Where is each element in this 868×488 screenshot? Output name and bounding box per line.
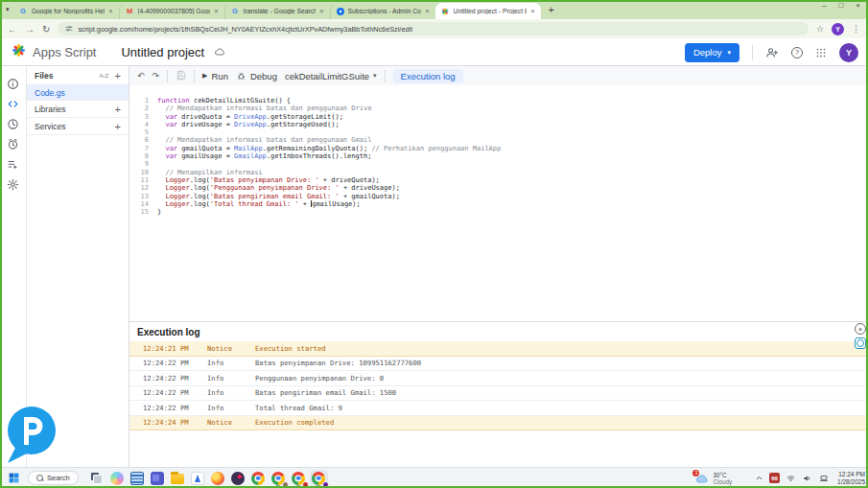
log-time: 12:24:22 PM (143, 359, 207, 367)
execution-log-title: Execution log (137, 327, 200, 337)
tab-close-icon[interactable]: × (214, 7, 218, 15)
start-button-icon[interactable] (8, 472, 20, 484)
address-bar[interactable]: script.google.com/home/projects/1fhSBQsC… (58, 22, 809, 35)
firefox-icon[interactable] (209, 470, 227, 487)
rail-editor-icon[interactable] (6, 96, 21, 111)
redo-icon[interactable]: ↷ (152, 71, 160, 81)
rail-settings-icon[interactable] (6, 176, 21, 192)
help-icon[interactable]: ? (791, 47, 803, 58)
line-number: 3 (129, 113, 149, 121)
log-level: Notice (207, 344, 255, 353)
minimize-button[interactable]: – (822, 1, 826, 10)
rail-overview-icon[interactable] (6, 76, 21, 91)
wifi-icon[interactable] (786, 474, 796, 483)
apps-script-header: Apps Script Untitled project Deploy ▾ ? … (0, 38, 868, 66)
undo-icon[interactable]: ↶ (137, 71, 145, 81)
tab-close-icon[interactable]: × (530, 7, 534, 15)
tab-search-icon[interactable]: ▾ (6, 6, 10, 13)
site-settings-icon[interactable] (65, 25, 73, 33)
debug-bug-icon (236, 71, 246, 81)
share-person-add-icon[interactable] (765, 46, 779, 59)
chrome-profile-1-icon[interactable] (270, 470, 288, 487)
line-number: 9 (129, 160, 149, 168)
log-time: 12:24:21 PM (143, 344, 207, 353)
deploy-button[interactable]: Deploy ▾ (685, 43, 739, 62)
rail-history-icon[interactable] (6, 116, 21, 131)
line-number: 10 (129, 169, 149, 176)
log-time: 12:24:22 PM (143, 388, 207, 397)
code-lines: function cekDetailLimitGSuite() { // Men… (149, 85, 501, 321)
run-button[interactable]: ▶ Run (202, 71, 228, 81)
gutter: 123456789101112131415 (129, 85, 149, 321)
tray-monitor-badge[interactable]: 66 (769, 473, 780, 483)
add-service-icon[interactable]: + (115, 121, 121, 132)
browser-tab[interactable]: M[4-4099000037805] Google for× (119, 3, 224, 19)
debug-button[interactable]: Debug (236, 71, 277, 81)
bookmark-star-icon[interactable]: ☆ (816, 24, 824, 34)
notepad-icon[interactable] (129, 470, 147, 487)
line-number: 12 (129, 184, 149, 192)
new-tab-button[interactable]: + (549, 4, 554, 15)
browser-menu-icon[interactable]: ⋮ (852, 24, 860, 34)
log-message: Batas penyimpanan Drive: 109951162777600 (255, 359, 421, 367)
browser-profile-avatar[interactable]: Y (832, 23, 844, 35)
line-number: 15 (129, 208, 149, 216)
chrome-icon[interactable] (249, 470, 268, 487)
project-title[interactable]: Untitled project (121, 45, 204, 59)
rail-executions-icon[interactable] (6, 156, 21, 172)
taskbar-clock[interactable]: 12:24 PM 1/28/2025 (837, 471, 865, 485)
browser-tab[interactable]: Subscriptions - Admin Console× (330, 3, 435, 19)
file-list: Code.gs (27, 85, 129, 101)
back-icon[interactable]: ← (8, 24, 17, 35)
tab-close-icon[interactable]: × (319, 7, 323, 15)
device-icon[interactable] (818, 474, 830, 483)
file-item[interactable]: Code.gs (27, 85, 129, 101)
teams-icon[interactable] (149, 470, 167, 487)
tab-close-icon[interactable]: × (425, 7, 429, 15)
overlay-close-icon[interactable]: × (855, 323, 866, 335)
chrome-profile-badge (322, 481, 329, 488)
maximize-button[interactable]: □ (838, 1, 843, 10)
save-icon[interactable] (176, 70, 186, 82)
browser-tab[interactable]: Gtranslate - Google Search× (224, 3, 330, 19)
add-file-icon[interactable]: + (115, 70, 121, 81)
code-line: } (157, 208, 501, 216)
chrome-profile-2-icon[interactable] (290, 470, 308, 487)
services-section[interactable]: Services + (27, 117, 129, 135)
execution-log-button[interactable]: Execution log (393, 69, 463, 83)
code-line (157, 160, 501, 168)
function-selector[interactable]: cekDetailLimitGSuite ▾ (285, 71, 377, 81)
add-library-icon[interactable]: + (115, 104, 121, 115)
explorer-icon[interactable] (169, 470, 187, 487)
p-bubble-overlay-icon[interactable] (6, 406, 56, 469)
libraries-section[interactable]: Libraries + (27, 100, 129, 118)
code-line: // Menampilkan informasi (157, 169, 501, 176)
tab-title: Subscriptions - Admin Console (348, 8, 422, 14)
copilot-icon[interactable] (108, 470, 127, 487)
forward-icon[interactable]: → (25, 24, 35, 35)
opera-icon[interactable] (229, 470, 247, 487)
tray-chevron-up-icon[interactable] (755, 474, 763, 482)
paint-a-icon[interactable] (189, 470, 207, 487)
browser-tab[interactable]: GGoogle for Nonprofits Help× (13, 3, 119, 19)
tab-close-icon[interactable]: × (108, 7, 112, 15)
task-view-icon[interactable] (88, 470, 106, 487)
log-row: 12:24:24 PMNoticeExecution completed (129, 416, 868, 431)
weather-widget[interactable]: 3 30°C Cloudy (695, 472, 732, 485)
chrome-profile-3-icon[interactable] (310, 470, 328, 487)
close-button[interactable]: × (856, 1, 860, 10)
rail-triggers-icon[interactable] (6, 136, 21, 151)
browser-tab[interactable]: Untitled project - Project Editor× (435, 3, 541, 19)
code-editor[interactable]: 123456789101112131415 function cekDetail… (129, 85, 868, 321)
account-avatar[interactable]: Y (839, 43, 858, 62)
line-number: 2 (129, 105, 149, 112)
reload-icon[interactable]: ↻ (42, 24, 50, 35)
taskbar-search[interactable]: Search (28, 471, 79, 485)
sort-az-icon[interactable]: A↓Z (99, 73, 107, 79)
log-row: 12:24:22 PMInfoTotal thread Gmail: 9 (129, 401, 868, 416)
log-level: Info (207, 359, 255, 367)
google-apps-grid-icon[interactable] (815, 47, 827, 58)
log-message: Execution started (255, 344, 326, 353)
overlay-extension-icon[interactable] (855, 337, 866, 349)
volume-icon[interactable] (802, 474, 812, 483)
